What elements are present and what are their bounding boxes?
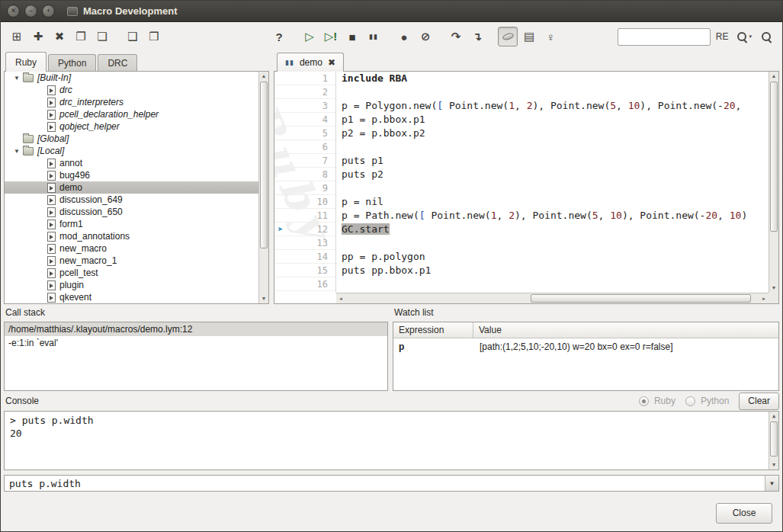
delete-macro-icon[interactable]: ✖ [50,27,69,46]
scroll-up-icon[interactable]: ▲ [769,412,778,421]
search-input[interactable] [618,28,711,46]
line-number[interactable]: 6 [274,140,335,154]
save-all-icon[interactable]: ❑ [123,27,143,46]
tree-item[interactable]: new_macro [5,242,268,255]
tree-item[interactable]: annot [5,157,268,169]
line-number[interactable]: 8 [274,168,335,181]
scroll-up-icon[interactable]: ▲ [769,72,778,81]
code-line[interactable]: 11p = Path.new([ Point.new(1, 2), Point.… [274,209,769,223]
code-line[interactable]: 14pp = p.polygon [274,250,769,264]
add-macro-icon[interactable]: ✚ [28,27,48,46]
run-icon[interactable]: ▷ [300,27,319,46]
stack-frame[interactable]: -e:1:in `eval' [5,336,387,350]
scrollbar-thumb[interactable] [531,294,751,303]
code-line[interactable]: 6 [274,140,769,154]
line-number[interactable]: 12➤ [274,223,335,236]
new-macro-icon[interactable]: ⊞ [7,27,27,46]
watch-list-header[interactable]: Expression Value [393,322,778,338]
line-number[interactable]: 9 [274,181,335,195]
watch-row[interactable]: p[path:(1,2;5,10;-20,10) w=20 bx=0 ex=0 … [393,338,778,354]
scrollbar-thumb[interactable] [770,82,778,232]
scrollbar-thumb[interactable] [260,82,268,248]
ruby-radio[interactable] [639,396,649,406]
eraser-icon[interactable] [498,27,518,46]
stop-icon[interactable]: ■ [342,27,362,46]
tree-item[interactable]: plugin [5,279,268,291]
scroll-down-icon[interactable]: ▼ [259,294,268,303]
line-number[interactable]: 3 [274,99,335,113]
tree-item[interactable]: pcell_test [5,267,268,279]
copy-macro-icon[interactable]: ❐ [71,27,91,46]
search-replace-icon[interactable] [756,27,776,46]
lamp-icon[interactable]: ♀ [541,27,560,46]
tree-item[interactable]: form1 [5,218,268,230]
tab-drc[interactable]: DRC [98,54,137,71]
breakpoint-icon[interactable]: ● [394,27,414,46]
help-icon[interactable]: ? [269,27,289,46]
scrollbar-thumb[interactable] [770,421,778,457]
code-line[interactable]: 12➤GC.start [274,223,769,236]
step-over-icon[interactable]: ↷ [446,27,466,46]
line-number[interactable]: 15 [274,264,335,277]
history-dropdown-icon[interactable]: ▼ [765,476,778,491]
tree-scrollbar[interactable]: ▲ ▼ [258,72,268,303]
line-number[interactable]: 7 [274,154,335,168]
expand-arrow-icon[interactable]: ▼ [11,148,23,155]
tree-item[interactable]: ▼[Local] [5,145,268,157]
scroll-down-icon[interactable]: ▼ [769,460,778,470]
scroll-down-icon[interactable]: ▼ [769,284,778,293]
maximize-button[interactable]: + [42,5,55,18]
tree-item[interactable]: qkevent [5,291,268,303]
line-number[interactable]: 4 [274,113,335,127]
console-input[interactable] [5,476,765,491]
regex-toggle-label[interactable]: RE [716,31,729,42]
pause-icon[interactable]: ▮▮ [364,27,383,46]
titlebar[interactable]: ✕−+ Macro Development [1,1,782,22]
scroll-up-icon[interactable]: ▲ [259,72,268,81]
tree-item[interactable]: new_macro_1 [5,255,268,267]
code-line[interactable]: 9 [274,181,769,195]
tree-item[interactable]: mod_annotations [5,230,268,242]
import-macro-icon[interactable]: ❏ [92,27,112,46]
code-line[interactable]: 15puts pp.bbox.p1 [274,264,769,277]
python-radio[interactable] [685,396,695,406]
tree-item[interactable]: drc_interpreters [5,96,268,108]
close-tab-icon[interactable]: ✖ [328,57,335,68]
line-number[interactable]: 16 [274,277,335,291]
line-number[interactable]: 1 [274,72,335,85]
code-editor[interactable]: Ruby 1include RBA23p = Polygon.new([ Poi… [274,71,779,304]
editor-tab-demo[interactable]: ▮▮ demo ✖ [277,53,344,72]
save-macro-icon[interactable]: ❒ [144,27,164,46]
editor-hscrollbar[interactable]: ◂ ▸ [336,293,769,303]
minimize-button[interactable]: − [24,5,37,18]
tab-ruby[interactable]: Ruby [5,52,47,72]
column-value[interactable]: Value [473,322,507,338]
code-line[interactable]: 4p1 = p.bbox.p1 [274,113,769,127]
run-current-icon[interactable]: ▷! [321,27,341,46]
close-button[interactable]: ✕ [7,5,20,18]
expand-arrow-icon[interactable]: ▼ [11,75,23,82]
line-number[interactable]: 13 [274,236,335,250]
tree-item[interactable]: pcell_declaration_helper [5,108,268,120]
code-line[interactable]: 8puts p2 [274,168,769,181]
tree-item[interactable]: bug496 [5,169,268,181]
code-line[interactable]: 10p = nil [274,195,769,209]
tree-item[interactable]: discussion_649 [5,194,268,206]
close-button[interactable]: Close [716,503,772,524]
line-number[interactable]: 11 [274,209,335,223]
tree-item[interactable]: [Global] [5,133,268,145]
scroll-left-icon[interactable]: ◂ [336,293,345,303]
tree-item[interactable]: qobject_helper [5,120,268,133]
console-output[interactable]: > puts p.width20 ▲ ▼ [4,411,779,470]
line-number[interactable]: 14 [274,250,335,264]
column-expression[interactable]: Expression [393,322,473,338]
line-number[interactable]: 10 [274,195,335,209]
search-icon[interactable]: ▾ [733,27,755,46]
console-scrollbar[interactable]: ▲ ▼ [769,412,778,470]
tab-python[interactable]: Python [48,54,96,71]
editor-vscrollbar[interactable]: ▲ ▼ [769,72,778,293]
tree-item[interactable]: ▼[Built-In] [5,72,268,84]
tree-item[interactable]: drc [5,84,268,96]
code-line[interactable]: 16 [274,277,769,291]
scroll-right-icon[interactable]: ▸ [759,293,769,303]
